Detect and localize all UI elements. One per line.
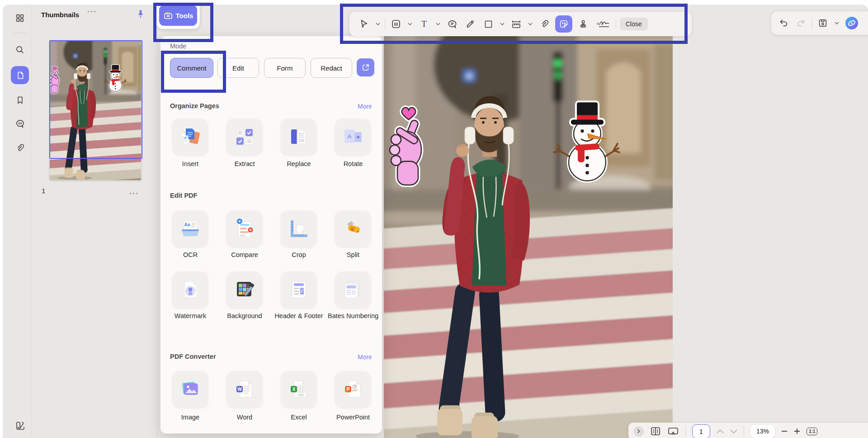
- section-title-editpdf: Edit PDF: [170, 192, 197, 199]
- attachments-icon[interactable]: [11, 139, 29, 157]
- thumbnails-panel: Thumbnails 1: [32, 5, 157, 438]
- to-word-icon[interactable]: W: [226, 371, 262, 407]
- header-footer-icon[interactable]: [281, 271, 316, 308]
- bates-numbering-icon[interactable]: 000123: [335, 271, 371, 308]
- visible-area-indicator[interactable]: [49, 40, 142, 159]
- annotation-box-comment: [161, 51, 226, 93]
- pin-icon[interactable]: [136, 9, 146, 19]
- tool-label[interactable]: Compare: [217, 250, 272, 259]
- organize-more-link[interactable]: More: [358, 103, 372, 110]
- tool-label[interactable]: Excel: [271, 413, 326, 422]
- tool-label[interactable]: Extract: [217, 159, 272, 168]
- bookmarks-icon[interactable]: [11, 91, 29, 109]
- to-powerpoint-icon[interactable]: P: [335, 371, 371, 407]
- tool-label[interactable]: Split: [326, 250, 381, 259]
- search-icon[interactable]: [11, 41, 29, 59]
- comments-icon[interactable]: [11, 114, 29, 133]
- ai-assistant-icon[interactable]: [845, 16, 859, 30]
- undo-icon[interactable]: [778, 16, 790, 30]
- svg-text:000123: 000123: [347, 286, 355, 288]
- tool-label[interactable]: Image: [163, 413, 218, 422]
- tool-label[interactable]: Rotate: [326, 159, 381, 168]
- icon-sidebar: [3, 5, 32, 438]
- crop-icon[interactable]: [281, 210, 316, 247]
- sidebar-item-thumbnails[interactable]: [11, 66, 29, 84]
- mode-form-button[interactable]: Form: [264, 58, 306, 78]
- divider: [744, 426, 744, 437]
- app-window: Thumbnails 1 Mode Comment Edit Form Reda…: [3, 5, 868, 438]
- converter-more-link[interactable]: More: [358, 353, 372, 361]
- section-title-organize: Organize Pages: [170, 102, 219, 110]
- background-icon[interactable]: [226, 271, 262, 308]
- save-dropdown-icon[interactable]: [834, 22, 840, 24]
- tool-label[interactable]: Watermark: [163, 311, 218, 320]
- open-in-window-button[interactable]: [357, 58, 374, 76]
- insert-pages-icon[interactable]: [172, 119, 208, 155]
- annotation-box-tools: [153, 3, 213, 42]
- mode-redact-button[interactable]: Redact: [311, 58, 352, 78]
- thumbnail-options-icon[interactable]: [129, 189, 138, 197]
- swatches-icon[interactable]: [11, 417, 29, 435]
- collapse-bar-icon[interactable]: [633, 426, 644, 437]
- panel-title: Thumbnails: [41, 11, 79, 19]
- tool-label[interactable]: Replace: [271, 159, 326, 168]
- tool-label[interactable]: PowerPoint: [326, 413, 381, 422]
- svg-text:X: X: [292, 387, 295, 392]
- tool-label[interactable]: Word: [217, 413, 272, 422]
- zoom-level-input[interactable]: 13%: [750, 425, 775, 438]
- status-bar: 1 13% 1:1: [628, 423, 868, 438]
- ocr-icon[interactable]: Aa: [172, 210, 208, 247]
- tool-label[interactable]: Crop: [271, 250, 326, 259]
- mode-label: Mode: [170, 43, 186, 50]
- tools-panel: Mode Comment Edit Form Redact Organize P…: [160, 36, 382, 433]
- to-excel-icon[interactable]: X: [281, 371, 316, 407]
- next-page-icon[interactable]: [730, 429, 737, 433]
- replace-pages-icon[interactable]: [281, 119, 316, 155]
- divider: [685, 426, 686, 437]
- thumbnail-page-number: 1: [42, 187, 45, 195]
- split-icon[interactable]: [335, 210, 371, 247]
- page-number-input[interactable]: 1: [692, 424, 710, 438]
- tool-label[interactable]: Insert: [163, 159, 218, 168]
- apps-grid-icon[interactable]: [11, 9, 29, 27]
- previous-page-icon[interactable]: [717, 429, 724, 433]
- compare-icon[interactable]: [226, 210, 262, 247]
- reading-view-icon[interactable]: [650, 426, 661, 436]
- redo-icon[interactable]: [795, 16, 807, 30]
- actual-size-button[interactable]: 1:1: [807, 428, 817, 435]
- svg-text:Aa: Aa: [184, 222, 190, 227]
- rotate-pages-icon[interactable]: A: [335, 119, 371, 155]
- section-title-converter: PDF Converter: [170, 353, 216, 360]
- sidebar-divider: [14, 33, 26, 33]
- zoom-in-icon[interactable]: [794, 428, 800, 434]
- watermark-icon[interactable]: [172, 271, 208, 308]
- save-icon[interactable]: [817, 16, 829, 30]
- tool-label[interactable]: Bates Numbering: [326, 311, 381, 320]
- svg-text:P: P: [346, 387, 349, 392]
- to-image-icon[interactable]: [172, 371, 208, 407]
- tool-label[interactable]: Background: [217, 311, 272, 320]
- svg-text:W: W: [237, 387, 242, 392]
- quick-actions-bar: [771, 11, 868, 35]
- annotation-box-toolbar: [340, 4, 688, 44]
- zoom-out-icon[interactable]: [781, 428, 788, 434]
- tool-label[interactable]: Header & Footer: [271, 311, 326, 320]
- divider: [811, 18, 812, 29]
- tool-label[interactable]: OCR: [163, 250, 218, 259]
- extract-pages-icon[interactable]: [226, 119, 262, 155]
- pdf-page-canvas[interactable]: [384, 31, 673, 438]
- presentation-mode-icon[interactable]: [667, 426, 679, 436]
- svg-text:A: A: [347, 133, 351, 140]
